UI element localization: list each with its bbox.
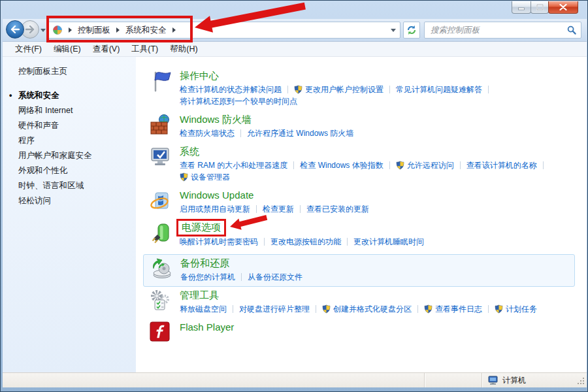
link-separator	[241, 273, 242, 281]
maximize-icon	[536, 4, 544, 10]
section-title-admin-tools[interactable]: 管理工具	[180, 289, 219, 302]
section-title-power-options[interactable]: 电源选项	[176, 219, 226, 237]
task-link[interactable]: 检查更新	[263, 203, 294, 215]
task-link[interactable]: 允许远程访问	[407, 159, 454, 171]
link-separator	[543, 161, 544, 169]
link-separator	[417, 305, 418, 313]
forward-arrow-icon	[25, 25, 35, 33]
breadcrumb[interactable]: 控制面板系统和安全	[48, 22, 400, 39]
search-input[interactable]	[429, 25, 567, 35]
section-title-action-center[interactable]: 操作中心	[180, 69, 219, 82]
task-link-line: 检查防火墙状态允许程序通过 Windows 防火墙	[180, 127, 576, 139]
sidebar-item-label: 硬件和声音	[18, 121, 59, 130]
status-bar: 计算机	[3, 372, 587, 387]
sidebar-item-3[interactable]: 程序	[18, 133, 136, 148]
section-title-flash-player[interactable]: Flash Player	[180, 321, 234, 334]
section-title-windows-update[interactable]: Windows Update	[180, 189, 253, 202]
sidebar-item-5[interactable]: 外观和个性化	[18, 163, 136, 178]
link-separator	[488, 305, 489, 313]
section-windows-firewall: Windows 防火墙检查防火墙状态允许程序通过 Windows 防火墙	[150, 113, 587, 145]
task-link[interactable]: 检查计算机的状态并解决问题	[180, 84, 282, 95]
section-body: 系统查看 RAM 的大小和处理器速度检查 Windows 体验指数允许远程访问查…	[180, 145, 587, 183]
section-body: 操作中心检查计算机的状态并解决问题更改用户帐户控制设置常见计算机问题疑难解答将计…	[180, 69, 587, 107]
menu-item-2[interactable]: 查看(V)	[87, 42, 126, 56]
minimize-button[interactable]	[512, 1, 531, 14]
uac-shield-icon	[180, 172, 188, 182]
section-body: Flash Player	[180, 321, 587, 344]
task-link[interactable]: 从备份还原文件	[248, 271, 302, 283]
section-title-backup-restore[interactable]: 备份和还原	[180, 257, 229, 270]
task-link[interactable]: 允许程序通过 Windows 防火墙	[247, 127, 353, 139]
task-link[interactable]: 常见计算机问题疑难解答	[396, 84, 482, 95]
task-link[interactable]: 创建并格式化硬盘分区	[333, 303, 412, 315]
task-link-line: 释放磁盘空间对硬盘进行碎片整理创建并格式化硬盘分区查看事件日志计划任务	[180, 303, 576, 315]
minimize-icon	[518, 4, 525, 10]
sidebar-item-4[interactable]: 用户帐户和家庭安全	[18, 148, 136, 163]
uac-shield-icon	[396, 161, 404, 170]
section-title-windows-firewall[interactable]: Windows 防火墙	[180, 113, 252, 126]
maximize-button[interactable]	[531, 1, 549, 14]
menu-item-3[interactable]: 工具(T)	[125, 42, 164, 56]
control-panel-icon	[52, 25, 63, 35]
breadcrumb-item-1[interactable]: 系统和安全	[125, 25, 167, 36]
section-system: 系统查看 RAM 的大小和处理器速度检查 Windows 体验指数允许远程访问查…	[150, 145, 587, 189]
task-link[interactable]: 计划任务	[506, 303, 537, 315]
breadcrumb-item-0[interactable]: 控制面板	[78, 25, 110, 36]
recent-pages-caret-icon[interactable]	[41, 29, 46, 32]
task-link[interactable]: 对硬盘进行碎片整理	[239, 303, 310, 315]
task-link[interactable]: 检查 Windows 体验指数	[300, 159, 383, 171]
task-link[interactable]: 查看该计算机的名称	[466, 159, 537, 171]
task-link[interactable]: 设备管理器	[191, 171, 230, 183]
task-link[interactable]: 释放磁盘空间	[180, 303, 227, 315]
sidebar-item-2[interactable]: 硬件和声音	[18, 118, 136, 133]
sidebar-item-label: 外观和个性化	[18, 166, 67, 175]
close-icon	[559, 4, 567, 10]
sidebar-item-control-panel-home[interactable]: 控制面板主页	[18, 66, 136, 77]
menu-item-0[interactable]: 文件(F)	[9, 42, 48, 56]
breadcrumb-arrow-icon	[172, 27, 176, 33]
section-backup-restore: 备份和还原备份您的计算机从备份还原文件	[143, 254, 575, 287]
uac-shield-icon	[294, 85, 302, 94]
window-controls	[512, 1, 578, 14]
section-title-system[interactable]: 系统	[180, 145, 199, 158]
task-link[interactable]: 唤醒计算机时需要密码	[180, 236, 258, 248]
sidebar-item-label: 轻松访问	[18, 196, 51, 205]
sidebar-item-6[interactable]: 时钟、语言和区域	[18, 178, 136, 193]
refresh-button[interactable]	[403, 22, 420, 39]
sidebar-item-label: 时钟、语言和区域	[18, 181, 84, 190]
sidebar-item-0[interactable]: •系统和安全	[18, 88, 136, 103]
address-dropdown-caret-icon[interactable]	[391, 29, 396, 32]
back-button[interactable]	[6, 20, 24, 39]
task-link[interactable]: 更改电源按钮的功能	[270, 236, 341, 248]
sidebar-item-7[interactable]: 轻松访问	[18, 193, 136, 208]
sidebar-item-label: 系统和安全	[18, 91, 59, 100]
task-link[interactable]: 查看 RAM 的大小和处理器速度	[180, 159, 287, 171]
task-link[interactable]: 查看已安装的更新	[306, 203, 369, 215]
menu-bar: 文件(F)编辑(E)查看(V)工具(T)帮助(H)	[3, 42, 587, 57]
section-body: 备份和还原备份您的计算机从备份还原文件	[180, 257, 574, 283]
task-link[interactable]: 更改用户帐户控制设置	[305, 84, 384, 95]
statusbar-divider	[482, 373, 483, 387]
sidebar-item-1[interactable]: 网络和 Internet	[18, 103, 136, 118]
task-link-line: 备份您的计算机从备份还原文件	[180, 271, 564, 283]
search-box	[424, 22, 581, 39]
task-link[interactable]: 检查防火墙状态	[180, 127, 235, 139]
resize-grip[interactable]	[577, 377, 585, 387]
firewall-icon	[150, 113, 180, 139]
breadcrumb-arrow-icon	[116, 27, 120, 33]
task-link[interactable]: 查看事件日志	[435, 303, 482, 315]
menu-item-1[interactable]: 编辑(E)	[48, 42, 87, 56]
statusbar-location-label: 计算机	[502, 375, 526, 386]
task-link[interactable]: 启用或禁用自动更新	[180, 203, 250, 215]
link-separator	[300, 205, 301, 213]
computer-icon	[488, 376, 498, 385]
search-icon[interactable]	[567, 25, 576, 35]
task-link[interactable]: 备份您的计算机	[180, 271, 235, 283]
task-link[interactable]: 将计算机还原到一个较早的时间点	[180, 95, 297, 107]
task-link-line: 查看 RAM 的大小和处理器速度检查 Windows 体验指数允许远程访问查看该…	[180, 159, 576, 171]
menu-item-4[interactable]: 帮助(H)	[164, 42, 203, 56]
backup-icon	[150, 257, 180, 283]
system-icon	[150, 145, 180, 183]
close-button[interactable]	[548, 1, 578, 14]
task-link[interactable]: 更改计算机睡眠时间	[353, 236, 424, 248]
